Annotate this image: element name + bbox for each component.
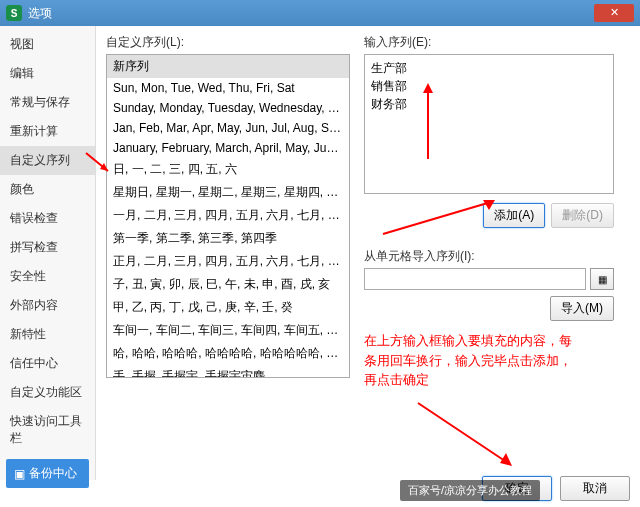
sidebar-item-security[interactable]: 安全性 [0, 262, 95, 291]
import-range-input[interactable] [364, 268, 586, 290]
input-list-label: 输入序列(E): [364, 34, 614, 51]
input-list-textarea[interactable] [364, 54, 614, 194]
list-item[interactable]: 手, 手握, 手握宇, 手握宇宙麋 [107, 365, 349, 378]
range-picker-button[interactable]: ▦ [590, 268, 614, 290]
list-item[interactable]: Jan, Feb, Mar, Apr, May, Jun, Jul, Aug, … [107, 118, 349, 138]
custom-list-label: 自定义序列(L): [106, 34, 350, 51]
sidebar-item-external[interactable]: 外部内容 [0, 291, 95, 320]
sidebar-item-new-features[interactable]: 新特性 [0, 320, 95, 349]
sidebar-item-quick-access[interactable]: 快速访问工具栏 [0, 407, 95, 453]
titlebar: S 选项 ✕ [0, 0, 640, 26]
list-item[interactable]: Sunday, Monday, Tuesday, Wednesday, Thur… [107, 98, 349, 118]
sidebar-item-edit[interactable]: 编辑 [0, 59, 95, 88]
list-item[interactable]: 新序列 [107, 55, 349, 78]
sidebar: 视图 编辑 常规与保存 重新计算 自定义序列 颜色 错误检查 拼写检查 安全性 … [0, 26, 96, 480]
list-item[interactable]: 正月, 二月, 三月, 四月, 五月, 六月, 七月, 八月, 九月, 十... [107, 250, 349, 273]
sidebar-item-spell-check[interactable]: 拼写检查 [0, 233, 95, 262]
sidebar-item-recalc[interactable]: 重新计算 [0, 117, 95, 146]
list-item[interactable]: 子, 丑, 寅, 卯, 辰, 巳, 午, 未, 申, 酉, 戌, 亥 [107, 273, 349, 296]
sidebar-item-general-save[interactable]: 常规与保存 [0, 88, 95, 117]
sidebar-item-custom-ribbon[interactable]: 自定义功能区 [0, 378, 95, 407]
sidebar-item-color[interactable]: 颜色 [0, 175, 95, 204]
list-item[interactable]: 一月, 二月, 三月, 四月, 五月, 六月, 七月, 八月, 九月, 十... [107, 204, 349, 227]
list-item[interactable]: January, February, March, April, May, Ju… [107, 138, 349, 158]
backup-icon: ▣ [14, 467, 25, 481]
delete-button: 删除(D) [551, 203, 614, 228]
import-from-cells-label: 从单元格导入序列(I): [364, 248, 614, 265]
watermark: 百家号/凉凉分享办公教程 [400, 480, 540, 501]
sidebar-item-error-check[interactable]: 错误检查 [0, 204, 95, 233]
add-button[interactable]: 添加(A) [483, 203, 545, 228]
import-button[interactable]: 导入(M) [550, 296, 614, 321]
list-item[interactable]: 日, 一, 二, 三, 四, 五, 六 [107, 158, 349, 181]
main-panel: 自定义序列(L): 新序列 Sun, Mon, Tue, Wed, Thu, F… [96, 26, 640, 480]
list-item[interactable]: Sun, Mon, Tue, Wed, Thu, Fri, Sat [107, 78, 349, 98]
app-icon: S [6, 5, 22, 21]
list-item[interactable]: 星期日, 星期一, 星期二, 星期三, 星期四, 星期五, 星期六 [107, 181, 349, 204]
list-item[interactable]: 第一季, 第二季, 第三季, 第四季 [107, 227, 349, 250]
backup-center-label: 备份中心 [29, 465, 77, 482]
window-title: 选项 [28, 5, 594, 22]
backup-center-button[interactable]: ▣ 备份中心 [6, 459, 89, 488]
cancel-button[interactable]: 取消 [560, 476, 630, 501]
list-item[interactable]: 甲, 乙, 丙, 丁, 戊, 己, 庚, 辛, 壬, 癸 [107, 296, 349, 319]
sidebar-item-trust-center[interactable]: 信任中心 [0, 349, 95, 378]
list-item[interactable]: 哈, 哈哈, 哈哈哈, 哈哈哈哈, 哈哈哈哈哈, 哈哈哈哈哈哈 [107, 342, 349, 365]
list-item[interactable]: 车间一, 车间二, 车间三, 车间四, 车间五, 车间六, 车间七 [107, 319, 349, 342]
sidebar-item-custom-lists[interactable]: 自定义序列 [0, 146, 95, 175]
close-button[interactable]: ✕ [594, 4, 634, 22]
custom-list-box[interactable]: 新序列 Sun, Mon, Tue, Wed, Thu, Fri, Sat Su… [106, 54, 350, 378]
sidebar-item-view[interactable]: 视图 [0, 30, 95, 59]
annotation-note: 在上方输入框输入要填充的内容，每 条用回车换行，输入完毕点击添加， 再点击确定 [364, 331, 614, 390]
